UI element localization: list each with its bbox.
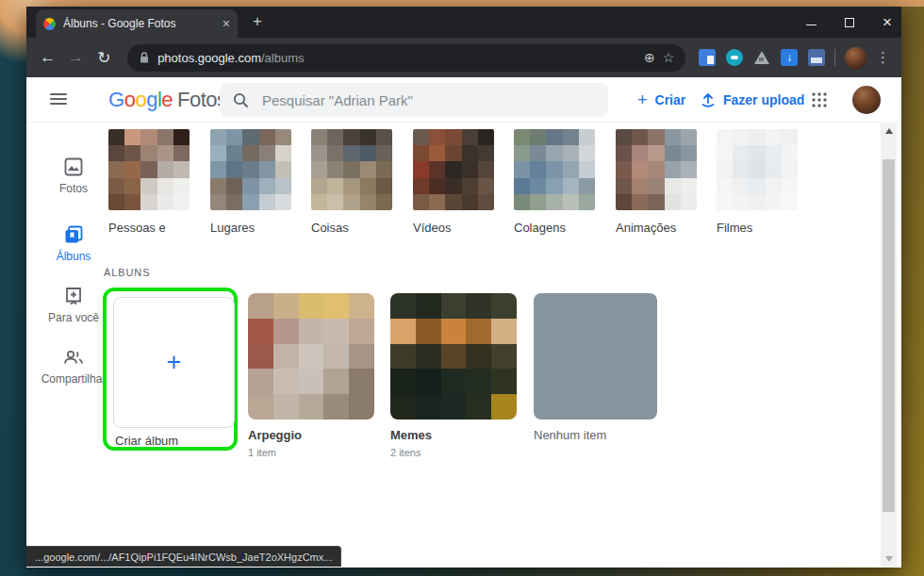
browser-menu-icon[interactable]: ⋮ [876,49,890,66]
browser-window: Álbuns - Google Fotos × + × ← → ↻ photos… [26,7,901,568]
translate-ext-icon[interactable] [699,49,716,66]
google-photos-favicon-icon [43,18,56,30]
main-menu-icon[interactable] [50,93,67,107]
category-thumbnail[interactable] [413,129,494,210]
teal-ext-icon[interactable] [726,49,743,66]
search-icon [233,92,249,108]
logo-wordmark: Google [108,88,173,111]
back-icon[interactable]: ← [34,48,62,67]
album-thumbnail[interactable] [534,293,657,420]
album-thumbnail[interactable] [248,293,374,420]
sidebar-item-fotos[interactable]: Fotos [26,156,121,195]
account-avatar[interactable] [852,86,881,114]
new-tab-button[interactable]: + [253,13,262,29]
sidebar-item--lbuns[interactable]: Álbuns [26,224,121,263]
search-bar[interactable] [220,83,608,117]
photos-icon [63,156,84,177]
save-ext-icon[interactable] [808,49,825,66]
tab-close-icon[interactable]: × [223,17,230,30]
drive-ext-icon[interactable] [753,49,770,66]
category-lugares[interactable]: Lugares [210,129,291,235]
bookmark-star-icon[interactable]: ☆ [663,50,675,65]
category-colagens[interactable]: Colagens [514,129,595,235]
album-thumbnail[interactable] [390,293,517,420]
extensions-row: ↓ [699,49,825,66]
sidebar-item-label: Compartilhar [41,372,107,386]
album-item-count: 1 item [248,447,374,458]
album-item-count: 2 itens [390,447,517,458]
google-apps-grid-icon[interactable] [811,91,828,108]
category-label: Colagens [514,221,595,235]
create-button[interactable]: + Criar [637,77,685,123]
sidebar-item-label: Álbuns [57,250,91,263]
sidebar-item-label: Para você [48,311,99,324]
category-filmes[interactable]: Filmes [717,129,798,235]
album-card-memes[interactable]: Memes2 itens [390,293,517,458]
create-album-label: Criar álbum [115,434,178,448]
maximize-button[interactable] [845,18,854,27]
album-title: Memes [390,428,517,442]
logo-letter: e [161,88,173,111]
upload-button[interactable]: Fazer upload [701,77,804,123]
browser-toolbar: ← → ↻ photos.google.com/albums ⊕ ☆ ↓ ⋮ [26,38,901,77]
url-path: /albums [261,51,305,65]
google-photos-header: GoogleFotos + Criar Fazer upload [26,77,901,123]
category-label: Filmes [717,221,798,235]
logo-letter: o [135,88,146,111]
google-fotos-logo[interactable]: GoogleFotos [108,88,227,112]
page-content: FotosÁlbunsPara vocêCompartilhar Pessoas… [26,123,901,568]
scrollbar-thumb[interactable] [883,159,895,512]
window-controls: × [806,7,892,38]
category-thumbnail[interactable] [108,129,190,210]
category-animações[interactable]: Animações [616,129,697,235]
browser-profile-avatar[interactable] [845,47,866,69]
album-title: Nenhum item [534,428,657,442]
create-album-card[interactable]: + [113,297,235,428]
close-window-button[interactable]: × [883,15,892,29]
category-vídeos[interactable]: Vídeos [413,129,494,235]
category-thumbnail[interactable] [514,129,595,210]
scroll-down-icon[interactable] [881,551,897,567]
logo-letter: g [146,88,157,111]
category-thumbnail[interactable] [616,129,697,210]
category-pessoas-e[interactable]: Pessoas e [108,129,190,235]
category-thumbnail[interactable] [210,129,291,210]
url-host: photos.google.com [157,51,261,65]
albums-icon [63,224,84,245]
plus-icon: + [637,91,648,110]
create-album-plus-icon: + [167,348,182,377]
lock-icon [139,51,150,64]
category-label: Lugares [210,221,291,235]
minimize-button[interactable] [806,25,817,26]
address-bar[interactable]: photos.google.com/albums ⊕ ☆ [127,44,685,72]
album-title: Arpeggio [248,428,374,442]
category-label: Animações [616,221,697,235]
search-input[interactable] [262,92,595,108]
download-ext-icon[interactable]: ↓ [781,49,798,66]
category-coisas[interactable]: Coisas [311,129,392,235]
reload-icon[interactable]: ↻ [90,48,118,68]
logo-letter: o [124,88,136,111]
scrollbar[interactable] [881,123,897,567]
forward-icon[interactable]: → [62,48,91,67]
sharing-icon [62,347,85,368]
logo-letter: G [108,88,124,111]
tab-strip: Álbuns - Google Fotos × + × [26,7,901,38]
album-card-nenhum-item[interactable]: Nenhum item [534,293,657,442]
album-card-arpeggio[interactable]: Arpeggio1 item [248,293,374,458]
category-label: Vídeos [413,221,494,235]
category-thumbnail[interactable] [717,129,798,210]
status-bubble: ...google.com/.../AF1QipPi1FQEu4INrCWsb_… [26,546,341,567]
toolbar-separator [834,49,835,66]
page-zoom-icon[interactable]: ⊕ [644,50,655,65]
browser-tab[interactable]: Álbuns - Google Fotos × [36,9,238,38]
scroll-up-icon[interactable] [881,123,897,139]
sidebar-item-label: Fotos [59,182,88,195]
category-label: Pessoas e [108,221,190,235]
albums-section-title: ÁLBUNS [104,267,150,278]
create-album-highlight: + Criar álbum [103,288,238,451]
for-you-icon [63,286,84,306]
category-thumbnail[interactable] [311,129,392,210]
category-label: Coisas [311,221,392,235]
upload-icon [701,92,716,108]
